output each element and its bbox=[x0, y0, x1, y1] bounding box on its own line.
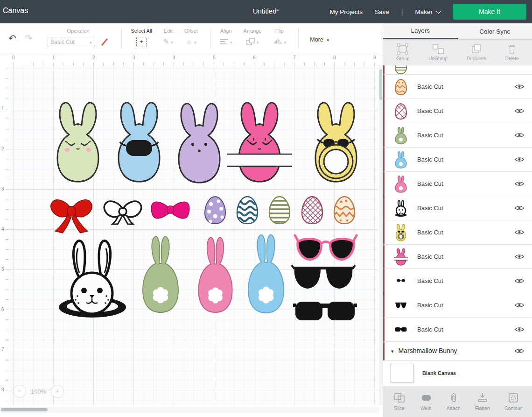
make-it-button[interactable]: Make It bbox=[453, 4, 526, 20]
ungroup-button[interactable]: UnGroup bbox=[428, 43, 448, 61]
visibility-eye-icon[interactable] bbox=[512, 181, 525, 187]
arrange-button[interactable] bbox=[246, 37, 259, 46]
visibility-eye-icon[interactable] bbox=[512, 254, 525, 260]
canvas-item-bunny-peep-purple[interactable] bbox=[174, 97, 225, 186]
chevron-down-icon[interactable] bbox=[391, 347, 394, 354]
flip-button[interactable] bbox=[273, 37, 287, 46]
visibility-eye-icon[interactable] bbox=[512, 108, 525, 114]
canvas-item-bunny-peep-yellow-monogram[interactable] bbox=[310, 96, 362, 185]
canvas-item-egg-wave-blue[interactable] bbox=[236, 196, 259, 225]
slice-icon bbox=[393, 392, 406, 403]
blank-canvas-row[interactable]: Blank Canvas bbox=[383, 360, 532, 386]
canvas-item-bunny-back-blue[interactable] bbox=[243, 233, 289, 314]
layer-group-row[interactable]: Marshmallow Bunny bbox=[383, 342, 532, 360]
scrollbar-thumb[interactable] bbox=[1, 408, 48, 411]
group-name[interactable]: Marshmallow Bunny bbox=[399, 347, 512, 354]
layer-operation-label[interactable]: Basic Cut bbox=[417, 180, 512, 187]
canvas-item-egg-stripe-green[interactable] bbox=[268, 196, 291, 225]
glasses-lens bbox=[295, 302, 322, 320]
glasses-lens bbox=[330, 239, 354, 260]
layer-row[interactable]: Basic Cut bbox=[383, 220, 532, 245]
save-link[interactable]: Save bbox=[375, 8, 389, 15]
canvas-horizontal-scrollbar[interactable] bbox=[0, 407, 379, 413]
visibility-eye-icon[interactable] bbox=[512, 229, 525, 235]
flatten-button[interactable]: Flatten bbox=[475, 392, 490, 411]
layer-row[interactable]: Basic Cut bbox=[383, 123, 532, 148]
visibility-eye-icon[interactable] bbox=[512, 156, 525, 163]
weld-button[interactable]: Weld bbox=[420, 392, 432, 411]
layer-operation-label[interactable]: Basic Cut bbox=[417, 107, 512, 114]
group-button[interactable]: Group bbox=[397, 43, 410, 61]
layer-row[interactable]: Basic Cut bbox=[383, 245, 532, 269]
layer-row[interactable]: Basic Cut bbox=[383, 172, 532, 196]
canvas-grid[interactable] bbox=[8, 65, 378, 405]
visibility-eye-icon[interactable] bbox=[512, 326, 525, 332]
duplicate-button[interactable]: Duplicate bbox=[467, 43, 486, 61]
tab-layers[interactable]: Layers bbox=[383, 23, 458, 39]
visibility-eye-icon[interactable] bbox=[512, 278, 525, 284]
layer-row[interactable]: Basic Cut bbox=[383, 318, 532, 342]
canvas-item-egg-deco-orange[interactable] bbox=[333, 196, 356, 225]
layer-row[interactable]: Basic Cut bbox=[383, 293, 532, 318]
layer-row[interactable]: Basic Cut bbox=[383, 99, 532, 123]
zoom-in-button[interactable]: + bbox=[51, 385, 64, 398]
visibility-eye-icon[interactable] bbox=[512, 302, 525, 308]
edit-button[interactable]: ✎ bbox=[163, 37, 173, 46]
layer-operation-label[interactable]: Basic Cut bbox=[417, 277, 512, 284]
layer-operation-label[interactable]: Basic Cut bbox=[417, 156, 512, 163]
layer-row[interactable]: Basic Cut bbox=[383, 148, 532, 172]
canvas-item-bow-white[interactable] bbox=[102, 196, 144, 225]
canvas-item-egg-crosshatch-maroon[interactable] bbox=[301, 196, 323, 225]
operation-select[interactable]: Basic Cut bbox=[48, 37, 95, 47]
flip-label: Flip bbox=[275, 28, 284, 34]
canvas-item-bunny-peek-black[interactable] bbox=[55, 236, 127, 319]
offset-button[interactable]: ☼ bbox=[186, 37, 196, 46]
contour-button[interactable]: Contour bbox=[504, 392, 522, 411]
canvas-item-sunglasses-wayfarer-black[interactable] bbox=[293, 298, 357, 324]
zoom-out-button[interactable]: − bbox=[13, 385, 26, 398]
layer-operation-label[interactable]: Basic Cut bbox=[417, 132, 512, 139]
canvas-item-bow-red[interactable] bbox=[48, 194, 95, 235]
redo-icon[interactable]: ↷ bbox=[25, 34, 33, 43]
visibility-eye-icon[interactable] bbox=[512, 348, 525, 354]
scrollbar-thumb[interactable] bbox=[379, 69, 382, 100]
glasses-bridge bbox=[321, 242, 330, 244]
canvas-item-bunny-peep-pink-split[interactable] bbox=[227, 96, 292, 185]
layer-operation-label[interactable]: Basic Cut bbox=[417, 229, 512, 236]
visibility-eye-icon[interactable] bbox=[512, 205, 525, 211]
slice-button[interactable]: Slice bbox=[393, 392, 406, 411]
canvas-item-bunny-back-green[interactable] bbox=[137, 234, 184, 314]
layer-operation-label[interactable]: Basic Cut bbox=[417, 326, 512, 333]
glasses-arm-stub bbox=[354, 304, 357, 307]
select-all-icon[interactable] bbox=[136, 37, 147, 47]
app-root: Canvas Untitled* My Projects Save | Make… bbox=[0, 0, 532, 417]
canvas-item-bow-pink[interactable] bbox=[150, 198, 191, 222]
canvas-vertical-scrollbar[interactable] bbox=[379, 65, 383, 405]
my-projects-link[interactable]: My Projects bbox=[330, 8, 363, 15]
visibility-eye-icon[interactable] bbox=[512, 84, 525, 90]
layer-list: Basic CutBasic CutBasic CutBasic CutBasi… bbox=[383, 65, 532, 342]
tab-color-sync[interactable]: Color Sync bbox=[458, 23, 532, 39]
canvas-item-bunny-back-pink[interactable] bbox=[193, 235, 238, 314]
delete-button[interactable]: Delete bbox=[505, 43, 519, 61]
attach-button[interactable]: Attach bbox=[447, 392, 461, 411]
layer-operation-label[interactable]: Basic Cut bbox=[417, 302, 512, 309]
layer-row[interactable]: Basic Cut bbox=[383, 75, 532, 99]
color-pen-icon[interactable] bbox=[100, 37, 109, 47]
more-button[interactable]: More bbox=[310, 36, 329, 43]
layer-row[interactable] bbox=[383, 65, 532, 75]
canvas-item-bunny-peep-green[interactable] bbox=[52, 96, 104, 185]
layer-operation-label[interactable]: Basic Cut bbox=[417, 205, 512, 212]
canvas-item-sunglasses-pink[interactable] bbox=[293, 233, 358, 263]
align-button[interactable] bbox=[220, 37, 232, 46]
undo-icon[interactable]: ↶ bbox=[8, 34, 16, 43]
layer-operation-label[interactable]: Basic Cut bbox=[417, 253, 512, 260]
canvas-item-bunny-peep-blue-mask[interactable] bbox=[113, 96, 165, 185]
canvas-item-sunglasses-aviator-black[interactable] bbox=[291, 263, 356, 293]
machine-select[interactable]: Maker bbox=[415, 8, 441, 15]
visibility-eye-icon[interactable] bbox=[512, 132, 525, 138]
layer-row[interactable]: Basic Cut bbox=[383, 196, 532, 220]
layer-row[interactable]: Basic Cut bbox=[383, 269, 532, 293]
layer-operation-label[interactable]: Basic Cut bbox=[417, 83, 512, 90]
canvas-item-egg-polka-purple[interactable] bbox=[204, 196, 226, 225]
